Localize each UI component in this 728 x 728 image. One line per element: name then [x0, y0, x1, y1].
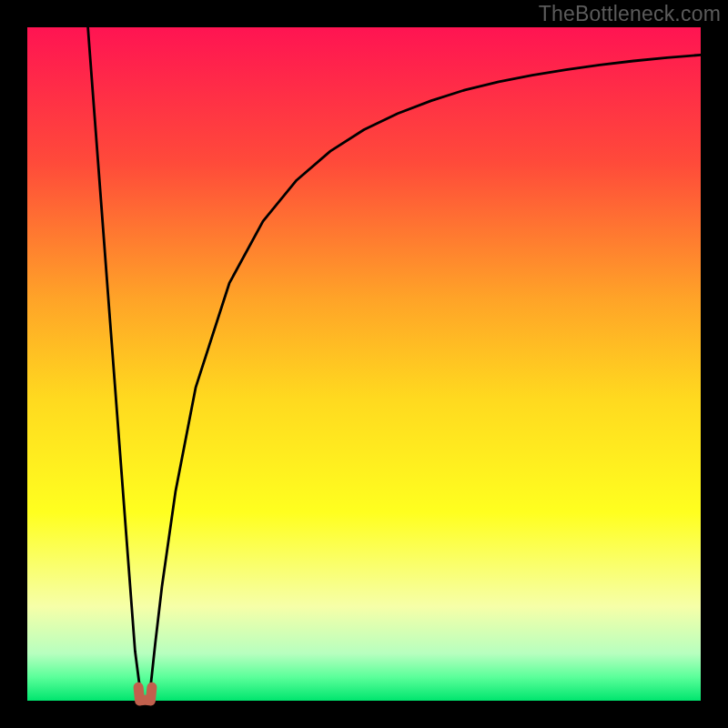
bottleneck-curve-chart [0, 0, 728, 728]
watermark-text: TheBottleneck.com [539, 2, 721, 26]
chart-stage: TheBottleneck.com [0, 0, 728, 728]
